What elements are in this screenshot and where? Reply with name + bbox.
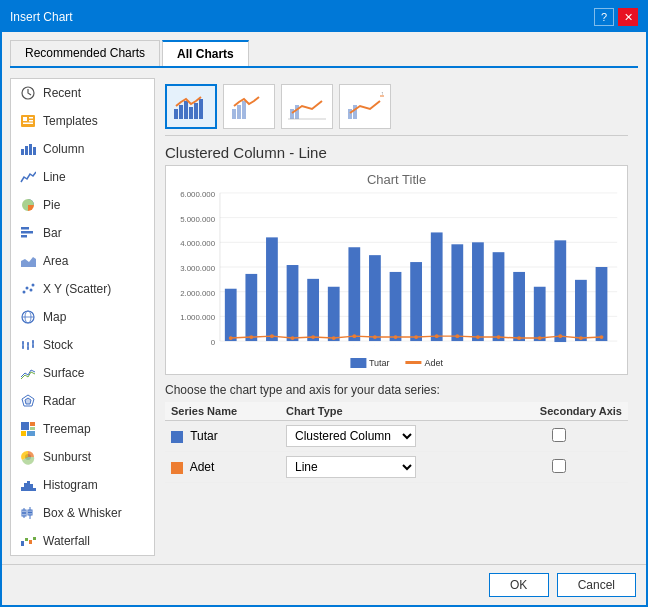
svg-text:3.000.000: 3.000.000 [180, 264, 215, 273]
series-name: Adet [190, 460, 215, 474]
svg-rect-69 [237, 105, 241, 119]
svg-rect-52 [33, 537, 36, 540]
svg-text:2.000.000: 2.000.000 [180, 289, 215, 298]
svg-rect-10 [21, 227, 29, 230]
svg-text:22.02.2017: 22.02.2017 [480, 345, 503, 346]
svg-rect-36 [27, 431, 35, 436]
svg-text:4.000.000: 4.000.000 [180, 239, 215, 248]
sidebar-item-sunburst[interactable]: Sunburst [11, 443, 154, 471]
series-secondary-axis[interactable] [552, 459, 566, 473]
chart-type-combo2[interactable] [223, 84, 275, 129]
series-color-swatch [171, 462, 183, 474]
svg-point-113 [249, 335, 253, 339]
sidebar-label-radar: Radar [43, 394, 76, 408]
svg-point-124 [476, 335, 480, 339]
map-icon [19, 308, 37, 326]
sidebar-label-sunburst: Sunburst [43, 450, 91, 464]
svg-rect-98 [328, 287, 340, 341]
svg-text:11.02.2017: 11.02.2017 [254, 345, 277, 346]
sidebar-item-radar[interactable]: Radar [11, 387, 154, 415]
sidebar-item-histogram[interactable]: Histogram [11, 471, 154, 499]
svg-rect-40 [27, 481, 30, 491]
svg-rect-66 [194, 103, 198, 119]
sidebar-item-recent[interactable]: Recent [11, 79, 154, 107]
svg-rect-49 [21, 541, 24, 546]
series-row-1: Adet Clustered ColumnLine [165, 452, 628, 483]
svg-point-122 [435, 334, 439, 338]
chart-label: Clustered Column - Line [165, 144, 628, 161]
chart-preview: Chart Title 6.000.000 [165, 165, 628, 375]
svg-point-130 [600, 335, 604, 339]
svg-point-112 [229, 336, 233, 340]
sidebar-label-histogram: Histogram [43, 478, 98, 492]
svg-rect-6 [21, 149, 24, 155]
sidebar-label-waterfall: Waterfall [43, 534, 90, 548]
sidebar-item-line[interactable]: Line [11, 163, 154, 191]
svg-point-17 [32, 284, 35, 287]
svg-rect-111 [596, 267, 608, 341]
series-secondary-axis[interactable] [552, 428, 566, 442]
svg-rect-93 [225, 289, 237, 341]
close-button[interactable]: ✕ [618, 8, 638, 26]
sidebar-item-bar[interactable]: Bar [11, 219, 154, 247]
svg-rect-32 [21, 422, 29, 430]
dialog-title: Insert Chart [10, 10, 73, 24]
sidebar-item-stock[interactable]: Stock [11, 331, 154, 359]
chart-type-combo4[interactable]: ↑ [339, 84, 391, 129]
tab-all-charts[interactable]: All Charts [162, 40, 249, 66]
tab-recommended[interactable]: Recommended Charts [10, 40, 160, 66]
svg-rect-110 [575, 280, 587, 341]
svg-rect-11 [21, 231, 33, 234]
series-type-select[interactable]: Clustered ColumnLine [286, 456, 416, 478]
svg-point-129 [579, 336, 583, 340]
sidebar-label-pie: Pie [43, 198, 60, 212]
svg-point-16 [30, 289, 33, 292]
col-secondary-axis: Secondary Axis [489, 402, 628, 421]
svg-text:20.02.2017: 20.02.2017 [439, 345, 462, 346]
svg-rect-2 [23, 117, 27, 121]
chart-type-combo1[interactable] [165, 84, 217, 129]
sidebar-item-map[interactable]: Map [11, 303, 154, 331]
sidebar-item-column[interactable]: Column [11, 135, 154, 163]
svg-rect-100 [369, 255, 381, 341]
svg-text:25.02.2017: 25.02.2017 [542, 345, 565, 346]
svg-point-14 [23, 291, 26, 294]
svg-text:16.02.2017: 16.02.2017 [357, 345, 380, 346]
svg-text:15.02.2017: 15.02.2017 [336, 345, 359, 346]
svg-point-121 [414, 335, 418, 339]
svg-text:18.02.2017: 18.02.2017 [398, 345, 421, 346]
series-type-cell: Clustered ColumnLine [280, 421, 489, 452]
sidebar-label-treemap: Treemap [43, 422, 91, 436]
sidebar-item-surface[interactable]: Surface [11, 359, 154, 387]
ok-button[interactable]: OK [489, 573, 549, 597]
svg-rect-3 [29, 117, 33, 119]
chart-title: Chart Title [166, 172, 627, 187]
help-button[interactable]: ? [594, 8, 614, 26]
treemap-icon [19, 420, 37, 438]
svg-text:17.02.2017: 17.02.2017 [377, 345, 400, 346]
sidebar-item-templates[interactable]: Templates [11, 107, 154, 135]
svg-point-128 [558, 334, 562, 338]
svg-text:19.02.2017: 19.02.2017 [418, 345, 441, 346]
svg-rect-108 [534, 287, 546, 341]
sidebar-item-pie[interactable]: Pie [11, 191, 154, 219]
stock-icon [19, 336, 37, 354]
sidebar-item-funnel[interactable]: Funnel [11, 555, 154, 556]
svg-rect-103 [431, 232, 443, 341]
svg-rect-62 [174, 109, 178, 119]
main-panel: ↑ Clustered Column - Line Chart Title [155, 78, 638, 556]
sidebar-item-xy[interactable]: X Y (Scatter) [11, 275, 154, 303]
cancel-button[interactable]: Cancel [557, 573, 636, 597]
chart-type-combo3[interactable] [281, 84, 333, 129]
sidebar-item-waterfall[interactable]: Waterfall [11, 527, 154, 555]
legend-adet-line [406, 361, 422, 364]
sidebar-item-area[interactable]: Area [11, 247, 154, 275]
series-row-0: Tutar Clustered ColumnLine [165, 421, 628, 452]
series-name-cell: Tutar [165, 421, 280, 452]
series-type-select[interactable]: Clustered ColumnLine [286, 425, 416, 447]
svg-rect-74 [348, 109, 352, 119]
waterfall-icon [19, 532, 37, 550]
sidebar-item-treemap[interactable]: Treemap [11, 415, 154, 443]
svg-rect-5 [23, 123, 33, 125]
sidebar-item-box[interactable]: Box & Whisker [11, 499, 154, 527]
